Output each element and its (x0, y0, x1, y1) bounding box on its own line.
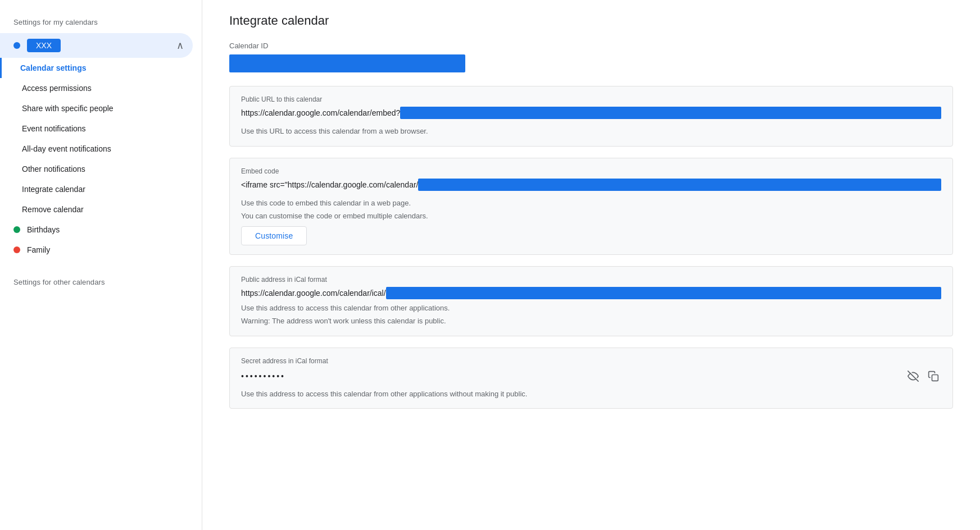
secret-ical-dots: •••••••••• (241, 372, 285, 381)
secret-ical-icons (905, 368, 941, 384)
secret-ical-row: •••••••••• (241, 368, 941, 384)
public-ical-desc1: Use this address to access this calendar… (241, 303, 941, 314)
family-label: Family (27, 245, 50, 254)
embed-code-highlight (418, 179, 941, 191)
public-ical-prefix: https://calendar.google.com/calendar/ica… (241, 289, 386, 298)
chevron-up-icon: ∧ (176, 39, 184, 52)
calendar-dot (13, 42, 20, 49)
family-dot (13, 246, 20, 253)
nav-item-event-notifications[interactable]: Event notifications (0, 118, 202, 139)
calendar-name-pill: XXX (27, 39, 61, 52)
embed-code-card: Embed code <iframe src="https://calendar… (229, 158, 953, 255)
public-url-row: https://calendar.google.com/calendar/emb… (241, 107, 941, 119)
settings-for-other-calendars-heading: Settings for other calendars (0, 273, 202, 293)
public-url-card: Public URL to this calendar https://cale… (229, 86, 953, 147)
secret-ical-label: Secret address in iCal format (241, 357, 941, 365)
birthdays-label: Birthdays (27, 225, 60, 234)
public-url-description: Use this URL to access this calendar fro… (241, 126, 941, 137)
secret-ical-card: Secret address in iCal format •••••••••• (229, 348, 953, 409)
page-title: Integrate calendar (229, 13, 953, 28)
birthdays-calendar-item[interactable]: Birthdays (0, 220, 202, 240)
nav-item-all-day-event-notifications[interactable]: All-day event notifications (0, 139, 202, 159)
nav-item-other-notifications[interactable]: Other notifications (0, 159, 202, 179)
public-ical-desc2: Warning: The address won't work unless t… (241, 316, 941, 327)
family-calendar-item[interactable]: Family (0, 240, 202, 260)
main-content: Integrate calendar Calendar ID Public UR… (202, 0, 980, 530)
public-url-label: Public URL to this calendar (241, 95, 941, 103)
svg-rect-1 (932, 374, 938, 381)
calendar-id-bar (229, 54, 465, 72)
nav-item-integrate-calendar[interactable]: Integrate calendar (0, 179, 202, 199)
public-ical-card: Public address in iCal format https://ca… (229, 266, 953, 336)
embed-code-desc1: Use this code to embed this calendar in … (241, 198, 941, 209)
public-ical-highlight (386, 287, 941, 299)
nav-item-share-with-specific-people[interactable]: Share with specific people (0, 98, 202, 118)
embed-code-row: <iframe src="https://calendar.google.com… (241, 179, 941, 191)
calendar-nav: Calendar settings Access permissions Sha… (0, 58, 202, 220)
public-ical-row: https://calendar.google.com/calendar/ica… (241, 287, 941, 299)
birthdays-dot (13, 226, 20, 233)
customise-button[interactable]: Customise (241, 226, 307, 245)
toggle-visibility-icon[interactable] (905, 368, 921, 384)
public-url-prefix: https://calendar.google.com/calendar/emb… (241, 108, 400, 117)
copy-icon[interactable] (925, 368, 941, 384)
embed-code-label: Embed code (241, 167, 941, 175)
nav-item-remove-calendar[interactable]: Remove calendar (0, 199, 202, 220)
nav-item-access-permissions[interactable]: Access permissions (0, 78, 202, 98)
calendar-id-label: Calendar ID (229, 42, 953, 50)
secret-ical-desc: Use this address to access this calendar… (241, 389, 941, 400)
active-calendar-item[interactable]: XXX ∧ (0, 33, 193, 58)
public-ical-label: Public address in iCal format (241, 276, 941, 284)
nav-item-calendar-settings[interactable]: Calendar settings (0, 58, 202, 78)
calendar-name-button[interactable]: XXX ∧ (27, 39, 184, 52)
embed-code-desc2: You can customise the code or embed mult… (241, 211, 941, 222)
settings-for-my-calendars-heading: Settings for my calendars (0, 13, 202, 33)
embed-code-prefix: <iframe src="https://calendar.google.com… (241, 180, 418, 189)
public-url-highlight (400, 107, 941, 119)
sidebar: Settings for my calendars XXX ∧ Calendar… (0, 0, 202, 530)
